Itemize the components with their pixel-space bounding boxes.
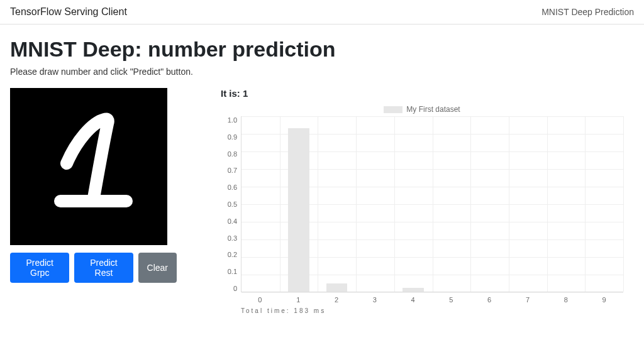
chart-plot [241, 116, 623, 292]
x-tick: 2 [318, 292, 356, 304]
y-tick: 0.2 [221, 251, 237, 258]
chart-legend[interactable]: My First dataset [221, 105, 623, 114]
x-tick: 6 [470, 292, 509, 304]
drawn-digit-icon [32, 104, 145, 229]
x-axis: 0123456789 [241, 292, 623, 304]
y-tick: 0.5 [221, 200, 237, 208]
brand-title[interactable]: TensorFlow Serving Client [10, 6, 127, 18]
chart: My First dataset 1.00.90.80.70.60.50.40.… [221, 105, 623, 314]
navbar: TensorFlow Serving Client MNIST Deep Pre… [0, 0, 644, 25]
gridline-v [509, 116, 509, 292]
predict-grpc-button[interactable]: Predict Grpc [10, 253, 69, 283]
gridline-v [318, 116, 318, 292]
y-tick: 0.9 [221, 133, 237, 141]
legend-swatch-icon [384, 106, 402, 113]
content-row: Predict Grpc Predict Rest Clear It is: 1… [10, 88, 625, 314]
y-tick: 0.7 [221, 167, 237, 174]
nav-link-mnist[interactable]: MNIST Deep Prediction [541, 7, 634, 17]
gridline-v [394, 116, 395, 292]
legend-label: My First dataset [406, 105, 460, 114]
predict-rest-button[interactable]: Predict Rest [74, 253, 133, 283]
gridline-v [356, 116, 357, 292]
y-tick: 0.6 [221, 184, 237, 191]
gridline-v [433, 116, 433, 292]
x-tick: 1 [279, 292, 318, 304]
gridline-v [547, 116, 548, 292]
y-axis: 1.00.90.80.70.60.50.40.30.20.10 [221, 116, 241, 292]
result-label: It is: 1 [221, 88, 625, 99]
gridline-v [280, 116, 280, 292]
x-tick: 9 [585, 292, 623, 304]
gridline-v [585, 116, 586, 292]
result-value: 1 [243, 88, 248, 99]
clear-button[interactable]: Clear [138, 253, 177, 283]
x-tick: 3 [355, 292, 394, 304]
y-tick: 0 [221, 285, 237, 292]
y-tick: 0.4 [221, 217, 237, 225]
x-tick: 4 [394, 292, 432, 304]
y-tick: 0.8 [221, 150, 237, 158]
button-row: Predict Grpc Predict Rest Clear [10, 253, 177, 283]
result-column: It is: 1 My First dataset 1.00.90.80.70.… [221, 88, 625, 314]
page-title: MNIST Deep: number prediction [10, 37, 625, 62]
gridline-v [470, 116, 471, 292]
y-tick: 1.0 [221, 116, 237, 124]
x-tick: 7 [509, 292, 547, 304]
x-tick: 8 [547, 292, 585, 304]
chart-bar [402, 288, 423, 292]
draw-column: Predict Grpc Predict Rest Clear [10, 88, 177, 283]
page-subtitle: Please draw number and click "Predict" b… [10, 67, 625, 77]
chart-bar [326, 283, 347, 292]
total-time-label: Total time: 183 ms [241, 307, 623, 314]
drawing-canvas[interactable] [10, 88, 167, 245]
y-tick: 0.3 [221, 234, 237, 242]
gridline-h [242, 292, 623, 293]
gridline-v [623, 116, 624, 292]
chart-bar [288, 128, 309, 292]
chart-area: 1.00.90.80.70.60.50.40.30.20.10 [221, 116, 623, 292]
x-tick: 0 [241, 292, 279, 304]
y-tick: 0.1 [221, 268, 237, 275]
x-tick: 5 [432, 292, 470, 304]
main-container: MNIST Deep: number prediction Please dra… [0, 25, 635, 327]
result-prefix: It is: [221, 88, 243, 99]
